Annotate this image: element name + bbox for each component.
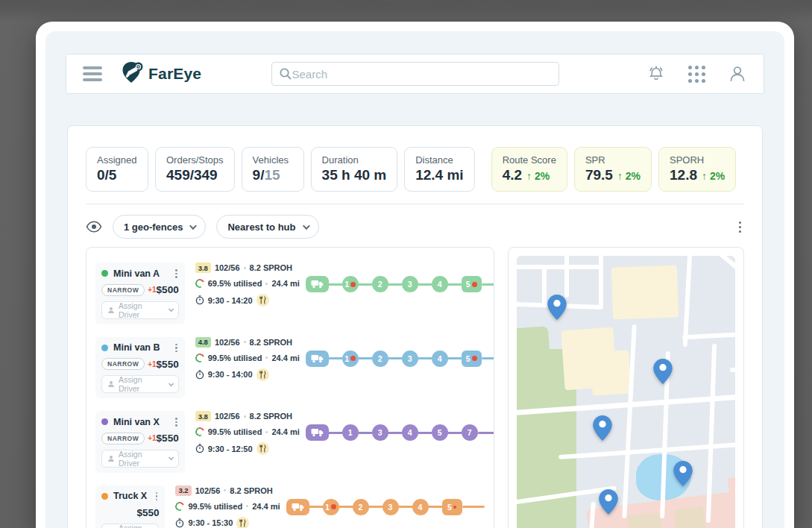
route-stop[interactable]: 1 bbox=[342, 351, 359, 367]
map-pin[interactable] bbox=[599, 489, 618, 515]
map-pin[interactable] bbox=[547, 295, 567, 320]
vehicle-kebab-icon[interactable] bbox=[174, 268, 179, 280]
vehicle-name: Truck X bbox=[113, 491, 147, 501]
extra-tags-count[interactable]: +1 bbox=[148, 286, 156, 294]
route-distance: 24.4 mi bbox=[271, 427, 299, 436]
search-input[interactable] bbox=[292, 68, 552, 81]
trend-up-indicator: ↑ 2% bbox=[526, 170, 550, 182]
route-stop[interactable]: 1 bbox=[342, 276, 359, 292]
clock-icon bbox=[195, 295, 204, 305]
route-stop[interactable]: 3 bbox=[372, 424, 388, 441]
route-distance: 24.4 mi bbox=[271, 353, 299, 362]
route-stop[interactable]: 4 bbox=[432, 351, 448, 367]
route-planning-panel: Assigned 0/5 Orders/Stops 459/349 Vehicl… bbox=[67, 125, 763, 528]
utilised-percent: 99.5% utilised bbox=[208, 353, 262, 362]
route-timeline: 1 3 4 5 7 bbox=[300, 424, 494, 441]
vehicle-row-mini-van-b: Mini van B NARROW +1 $550 Assign Driver bbox=[92, 331, 488, 406]
route-stop[interactable]: 2 bbox=[353, 499, 369, 515]
route-time-window: 9:30 - 12:50 bbox=[208, 444, 253, 453]
clock-icon bbox=[195, 444, 204, 453]
assign-driver-select[interactable]: Assign Driver bbox=[101, 301, 179, 319]
street bbox=[709, 256, 735, 281]
route-stop[interactable]: 7 bbox=[462, 424, 478, 441]
search-box[interactable] bbox=[271, 62, 559, 86]
street bbox=[542, 265, 547, 307]
route-stop[interactable]: 3 bbox=[383, 499, 399, 515]
extra-tags-count[interactable]: +1 bbox=[148, 434, 156, 442]
route-time-window: 9:30 - 14:20 bbox=[208, 296, 253, 305]
street bbox=[730, 368, 736, 372]
vehicle-route-list: Mini van A NARROW +1 $500 Assign Driver bbox=[86, 247, 494, 528]
route-stop[interactable]: 4 bbox=[432, 276, 448, 292]
map-pin[interactable] bbox=[653, 359, 673, 384]
search-icon bbox=[279, 67, 292, 81]
app-window: FarEye bbox=[36, 22, 794, 528]
route-stop[interactable]: 3 bbox=[402, 351, 418, 367]
trend-up-indicator: ↑ 2% bbox=[702, 170, 725, 182]
assign-driver-select[interactable]: Assign Driver bbox=[101, 450, 179, 468]
visibility-eye-icon[interactable] bbox=[86, 221, 102, 233]
route-stop[interactable]: 5 bbox=[442, 499, 462, 515]
orders-count: 102/56 bbox=[215, 263, 240, 272]
fareye-logo-mark-icon bbox=[122, 60, 144, 87]
route-stop[interactable]: 3 bbox=[402, 276, 418, 292]
more-options-kebab-icon[interactable] bbox=[736, 219, 744, 236]
route-timeline: 1 2 3 4 5 bbox=[300, 276, 494, 292]
route-stop[interactable]: 4 bbox=[412, 499, 429, 515]
park-area bbox=[517, 326, 551, 373]
route-stop[interactable]: 5 bbox=[432, 424, 448, 441]
stats-bar: Assigned 0/5 Orders/Stops 459/349 Vehicl… bbox=[86, 147, 744, 192]
route-stop[interactable]: 1 bbox=[342, 424, 359, 441]
geofence-dropdown[interactable]: 1 geo-fences bbox=[113, 215, 206, 239]
trend-up-indicator: ↑ 2% bbox=[617, 170, 641, 182]
stat-duration: Duration 35 h 40 m bbox=[311, 147, 398, 192]
street bbox=[599, 256, 603, 307]
street bbox=[682, 332, 735, 340]
desktop-backdrop: FarEye bbox=[0, 0, 812, 528]
fareye-logo[interactable]: FarEye bbox=[122, 60, 201, 87]
route-stop[interactable]: 4 bbox=[402, 424, 418, 441]
vehicle-kebab-icon[interactable] bbox=[174, 342, 179, 354]
map-pin[interactable] bbox=[673, 461, 693, 486]
vehicle-status-dot bbox=[101, 270, 108, 277]
apps-grid-icon[interactable] bbox=[688, 66, 705, 83]
vehicle-metrics-cell: 3.8 102/56 8.2 SPROH 99.5% utilised 24.4… bbox=[195, 411, 300, 455]
route-stop[interactable]: 1 bbox=[323, 499, 339, 515]
vehicle-row-mini-van-a: Mini van A NARROW +1 $500 Assign Driver bbox=[92, 257, 488, 331]
route-stop[interactable]: 5 bbox=[462, 276, 482, 292]
notifications-bell-icon[interactable] bbox=[646, 64, 666, 84]
vehicle-price: $550 bbox=[157, 433, 179, 444]
orders-count: 102/56 bbox=[215, 338, 240, 347]
depot-truck-icon[interactable] bbox=[306, 351, 329, 367]
meal-break-icon bbox=[256, 368, 269, 381]
hamburger-menu-icon[interactable] bbox=[83, 63, 102, 84]
route-stop[interactable]: 2 bbox=[372, 351, 388, 367]
utilisation-arc-icon bbox=[194, 426, 206, 438]
map-pin[interactable] bbox=[593, 415, 612, 441]
vehicle-price: $550 bbox=[157, 359, 179, 370]
user-profile-icon[interactable] bbox=[728, 64, 747, 84]
route-stop[interactable]: 2 bbox=[372, 276, 388, 292]
vehicle-kebab-icon[interactable] bbox=[174, 416, 179, 428]
vehicle-tag: NARROW bbox=[101, 284, 145, 296]
vehicle-metrics-cell: 4.8 102/56 8.2 SPROH 99.5% utilised 24.4… bbox=[195, 337, 300, 381]
meal-break-icon bbox=[236, 517, 249, 528]
driver-icon bbox=[107, 455, 115, 462]
brand-name: FarEye bbox=[148, 65, 201, 83]
sort-dropdown[interactable]: Nearest to hub bbox=[216, 215, 318, 239]
app-background: FarEye bbox=[45, 31, 784, 528]
stat-vehicles: Vehicles 9/15 bbox=[242, 147, 304, 192]
extra-tags-count[interactable]: +1 bbox=[148, 360, 156, 368]
route-stop[interactable]: 5 bbox=[462, 351, 482, 367]
vehicle-price: $550 bbox=[136, 507, 159, 518]
rating-badge: 3.8 bbox=[195, 263, 211, 273]
utilised-percent: 99.5% utilised bbox=[208, 427, 262, 436]
vehicle-kebab-icon[interactable] bbox=[154, 491, 160, 503]
depot-truck-icon[interactable] bbox=[286, 499, 309, 515]
assign-driver-select[interactable]: Assign Driver bbox=[101, 524, 159, 528]
depot-truck-icon[interactable] bbox=[306, 424, 329, 441]
assign-driver-select[interactable]: Assign Driver bbox=[101, 375, 179, 393]
map-canvas[interactable] bbox=[517, 256, 736, 528]
street bbox=[517, 265, 603, 269]
depot-truck-icon[interactable] bbox=[306, 276, 329, 292]
